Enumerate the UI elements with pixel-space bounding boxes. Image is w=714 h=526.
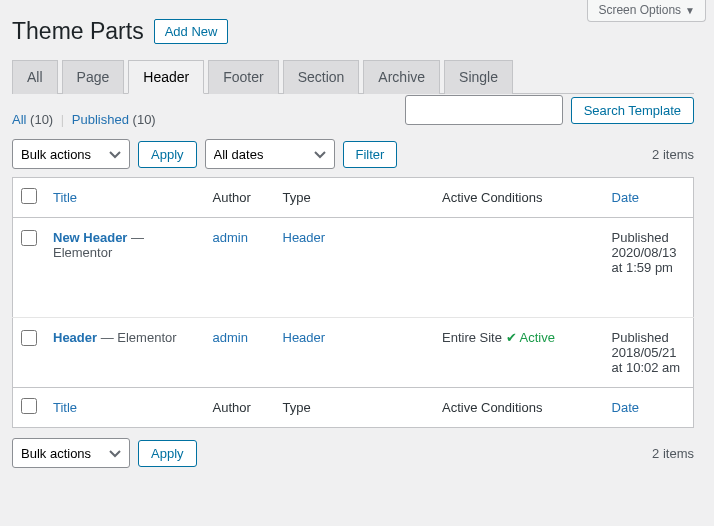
date-line1: 2020/08/13 <box>612 245 677 260</box>
column-title-footer[interactable]: Title <box>45 388 205 428</box>
search-input[interactable] <box>405 95 563 125</box>
row-type-cell: Header <box>275 318 434 388</box>
row-checkbox[interactable] <box>21 230 37 246</box>
column-conditions: Active Conditions <box>434 178 604 218</box>
tab-all[interactable]: All <box>12 60 58 94</box>
add-new-button[interactable]: Add New <box>154 19 229 44</box>
filter-button[interactable]: Filter <box>343 141 398 168</box>
tab-single[interactable]: Single <box>444 60 513 94</box>
search-template-button[interactable]: Search Template <box>571 97 694 124</box>
chevron-down-icon: ▼ <box>685 5 695 16</box>
apply-button[interactable]: Apply <box>138 141 197 168</box>
date-line1: 2018/05/21 <box>612 345 677 360</box>
date-line2: at 1:59 pm <box>612 260 673 275</box>
row-title-link[interactable]: Header <box>53 330 97 345</box>
select-all-header <box>13 178 46 218</box>
select-all-footer <box>13 388 46 428</box>
table-row: New Header — ElementoradminHeaderPublish… <box>13 218 694 318</box>
date-line2: at 10:02 am <box>612 360 681 375</box>
column-author-footer: Author <box>205 388 275 428</box>
dates-select[interactable]: All dates <box>205 139 335 169</box>
date-status: Published <box>612 230 669 245</box>
type-link[interactable]: Header <box>283 230 326 245</box>
author-link[interactable]: admin <box>213 330 248 345</box>
row-author-cell: admin <box>205 318 275 388</box>
column-conditions-footer: Active Conditions <box>434 388 604 428</box>
select-all-checkbox-top[interactable] <box>21 188 37 204</box>
row-conditions-cell <box>434 218 604 318</box>
bulk-actions-select-bottom[interactable]: Bulk actions <box>12 438 130 468</box>
tab-section[interactable]: Section <box>283 60 360 94</box>
column-type-footer: Type <box>275 388 434 428</box>
screen-options-wrap: Screen Options ▼ <box>587 0 706 22</box>
apply-button-bottom[interactable]: Apply <box>138 440 197 467</box>
views-separator: | <box>61 112 64 127</box>
screen-options-toggle[interactable]: Screen Options ▼ <box>587 0 706 22</box>
column-title[interactable]: Title <box>45 178 205 218</box>
view-all-link[interactable]: All <box>12 112 26 127</box>
row-title-suffix: — Elementor <box>97 330 176 345</box>
items-count-bottom: 2 items <box>652 446 694 461</box>
row-author-cell: admin <box>205 218 275 318</box>
page-title: Theme Parts <box>12 18 144 45</box>
column-type: Type <box>275 178 434 218</box>
row-title-cell: New Header — Elementor <box>45 218 205 318</box>
column-date[interactable]: Date <box>604 178 694 218</box>
posts-table: Title Author Type Active Conditions Date… <box>12 177 694 428</box>
row-checkbox-cell <box>13 318 46 388</box>
tablenav-bottom: Bulk actions Apply 2 items <box>12 438 694 468</box>
column-date-footer[interactable]: Date <box>604 388 694 428</box>
author-link[interactable]: admin <box>213 230 248 245</box>
bulk-actions-select[interactable]: Bulk actions <box>12 139 130 169</box>
tablenav-top: Bulk actions Apply All dates Filter 2 it… <box>12 139 694 169</box>
tab-archive[interactable]: Archive <box>363 60 440 94</box>
view-published-count: (10) <box>133 112 156 127</box>
items-count: 2 items <box>652 147 694 162</box>
table-row: Header — ElementoradminHeaderEntire Site… <box>13 318 694 388</box>
select-all-checkbox-bottom[interactable] <box>21 398 37 414</box>
check-icon: ✔ <box>506 330 520 345</box>
tab-page[interactable]: Page <box>62 60 125 94</box>
row-conditions-cell: Entire Site ✔ Active <box>434 318 604 388</box>
type-link[interactable]: Header <box>283 330 326 345</box>
row-date-cell: Published2018/05/21at 10:02 am <box>604 318 694 388</box>
condition-text: Entire Site <box>442 330 506 345</box>
column-author: Author <box>205 178 275 218</box>
row-type-cell: Header <box>275 218 434 318</box>
row-title-link[interactable]: New Header <box>53 230 127 245</box>
tab-header[interactable]: Header <box>128 60 204 94</box>
condition-badge: Active <box>519 330 554 345</box>
row-checkbox[interactable] <box>21 330 37 346</box>
row-date-cell: Published2020/08/13at 1:59 pm <box>604 218 694 318</box>
screen-options-label: Screen Options <box>598 3 681 17</box>
row-title-cell: Header — Elementor <box>45 318 205 388</box>
view-all-count: (10) <box>30 112 53 127</box>
row-checkbox-cell <box>13 218 46 318</box>
date-status: Published <box>612 330 669 345</box>
tab-footer[interactable]: Footer <box>208 60 278 94</box>
tabs: AllPageHeaderFooterSectionArchiveSingle <box>12 60 694 94</box>
view-published-link[interactable]: Published <box>72 112 129 127</box>
